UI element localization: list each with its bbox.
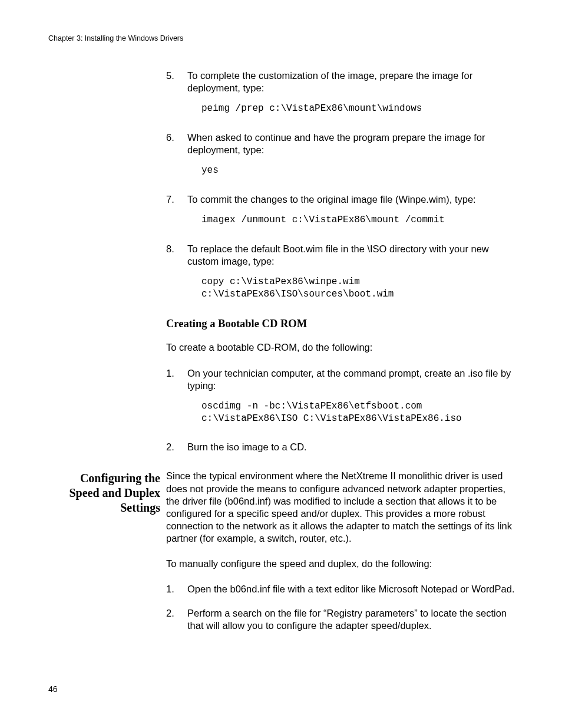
list-text: To replace the default Boot.wim file in … (187, 243, 515, 268)
list-item: 5. To complete the customization of the … (166, 70, 515, 94)
list-text: On your technician computer, at the comm… (187, 367, 515, 392)
list-marker: 5. (166, 70, 185, 94)
subheading: Creating a Bootable CD ROM (166, 317, 515, 331)
paragraph: To create a bootable CD-ROM, do the foll… (166, 341, 515, 354)
list-marker: 1. (166, 583, 185, 595)
list-item: 1. Open the b06nd.inf file with a text e… (166, 583, 515, 595)
list-text: To complete the customization of the ima… (187, 70, 515, 94)
page: Chapter 3: Installing the Windows Driver… (0, 0, 562, 728)
code-block: yes (166, 164, 515, 177)
content: 5. To complete the customization of the … (48, 70, 515, 638)
running-header: Chapter 3: Installing the Windows Driver… (48, 34, 515, 42)
list-text: To commit the changes to the original im… (187, 193, 515, 206)
body-section-0: 5. To complete the customization of the … (166, 70, 515, 470)
list-text: Open the b06nd.inf file with a text edit… (187, 583, 515, 595)
list-text: When asked to continue and have the prog… (187, 131, 515, 156)
list-item: 8. To replace the default Boot.wim file … (166, 243, 515, 268)
list-marker: 2. (166, 441, 185, 453)
code-block: imagex /unmount c:\VistaPEx86\mount /com… (166, 214, 515, 226)
list-marker: 1. (166, 367, 185, 392)
list-item: 2. Burn the iso image to a CD. (166, 441, 515, 453)
list-marker: 7. (166, 193, 185, 206)
list-item: 1. On your technician computer, at the c… (166, 367, 515, 392)
body-section-1: Since the typical environment where the … (166, 470, 515, 638)
code-block: peimg /prep c:\VistaPEx86\mount\windows (166, 103, 515, 115)
list-item: 6. When asked to continue and have the p… (166, 131, 515, 156)
list-marker: 6. (166, 131, 185, 156)
code-block: oscdimg -n -bc:\VistaPEx86\etfsboot.com … (166, 400, 515, 425)
page-number: 46 (48, 684, 58, 694)
list-text: Burn the iso image to a CD. (187, 441, 515, 453)
list-item: 2. Perform a search on the file for “Reg… (166, 607, 515, 632)
list-marker: 8. (166, 243, 185, 268)
paragraph: To manually configure the speed and dupl… (166, 558, 515, 570)
list-item: 7. To commit the changes to the original… (166, 193, 515, 206)
side-heading (48, 70, 160, 470)
code-block: copy c:\VistaPex86\winpe.wim c:\VistaPEx… (166, 276, 515, 301)
paragraph: Since the typical environment where the … (166, 470, 515, 545)
list-text: Perform a search on the file for “Regist… (187, 607, 515, 632)
side-heading: Configuring the Speed and Duplex Setting… (48, 470, 160, 638)
list-marker: 2. (166, 607, 185, 632)
